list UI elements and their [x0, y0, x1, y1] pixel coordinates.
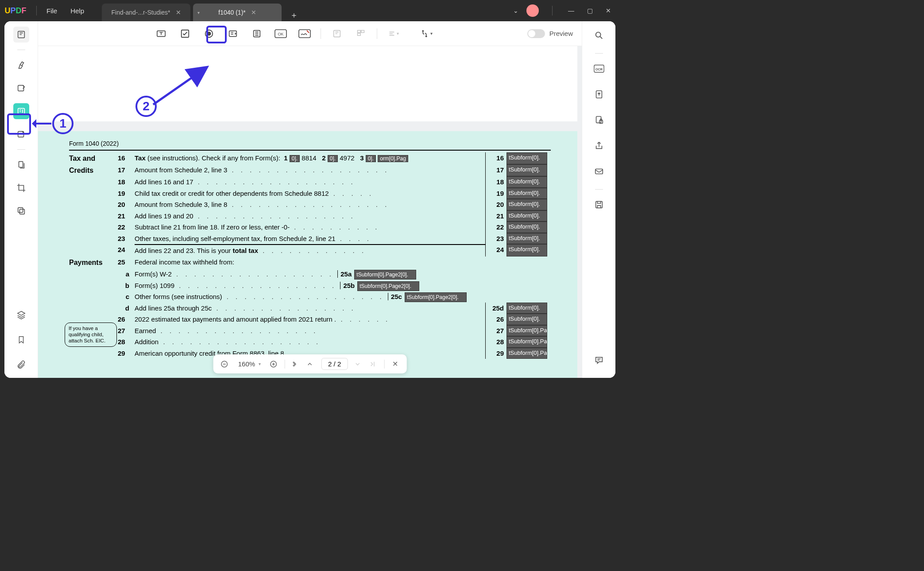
line-desc: Tax (see instructions). Check if any fro… [135, 152, 485, 164]
line-desc: Add lines 19 and 20 . . . . . . . . . . … [135, 210, 485, 222]
form-field[interactable]: tSubform[0].Page2[0]. [506, 325, 547, 337]
page-1-fragment [38, 46, 577, 121]
chevron-down-icon[interactable]: ▾ [197, 10, 200, 15]
line-desc: 2022 estimated tax payments and amount a… [135, 314, 485, 325]
left-rail-bottom [13, 307, 29, 373]
line-desc: Add lines 16 and 17 . . . . . . . . . . … [135, 176, 485, 188]
form-field[interactable]: tSubform[0]. [506, 314, 547, 325]
line-desc: Child tax credit or credit for other dep… [135, 188, 485, 199]
line-number-right: 23 [485, 233, 506, 245]
checkbox-icon[interactable] [177, 26, 193, 42]
page-2: Form 1040 (2022) Tax and16Tax (see instr… [38, 131, 577, 378]
form-field[interactable]: tSubform[0]. [506, 152, 547, 164]
form-field[interactable]: tSubform[0]. [506, 176, 547, 188]
attachment-icon[interactable] [13, 357, 29, 373]
protect-icon[interactable] [591, 112, 607, 128]
form-field[interactable]: tSubform[0].Page2[0]. [506, 336, 547, 348]
highlighter-tool-icon[interactable] [13, 57, 29, 73]
zoom-in-button[interactable] [270, 360, 278, 368]
form-field[interactable]: tSubform[0]. [506, 233, 547, 245]
close-button[interactable]: ✕ [603, 7, 614, 14]
radio-icon[interactable] [201, 26, 217, 42]
tools-icon[interactable]: ▾ [418, 26, 434, 42]
avatar[interactable] [526, 4, 539, 17]
reader-tool-icon[interactable] [13, 27, 29, 43]
comment-icon[interactable] [591, 352, 607, 368]
line-number-right: 28 [485, 336, 506, 348]
left-rail [4, 21, 38, 378]
align-icon[interactable]: ▾ [385, 26, 401, 42]
last-page-button[interactable] [369, 361, 378, 368]
form-field[interactable]: tSubform[0]. [506, 244, 547, 256]
line-desc: Form(s) W-2 . . . . . . . . . . . . . . … [135, 268, 485, 280]
text-field-icon[interactable] [153, 26, 169, 42]
digital-signature-icon[interactable] [297, 26, 313, 42]
empty [506, 256, 551, 268]
page-input[interactable]: 2 / 2 [321, 358, 348, 370]
pages-tool-icon[interactable] [13, 157, 29, 173]
line-desc: Form(s) 1099 . . . . . . . . . . . . . .… [135, 280, 485, 291]
chevron-down-icon[interactable]: ⌄ [513, 7, 518, 14]
tab-1[interactable]: ▾ f1040 (1)* ✕ [193, 4, 282, 21]
search-icon[interactable] [591, 27, 607, 43]
menu-help[interactable]: Help [70, 7, 84, 15]
line-number-right: 16 [485, 152, 506, 164]
line-number: 24 [118, 244, 135, 256]
svg-point-23 [595, 32, 600, 37]
minimize-button[interactable]: — [566, 7, 576, 14]
line-number-right: 29 [485, 348, 506, 359]
save-icon[interactable] [591, 197, 607, 213]
empty [485, 291, 506, 303]
date-field-icon[interactable] [353, 26, 369, 42]
next-page-button[interactable] [354, 361, 363, 368]
app-logo: UPDF [0, 6, 31, 16]
close-nav-button[interactable]: ✕ [390, 360, 399, 368]
form-field[interactable]: tSubform[0]. [506, 221, 547, 233]
form-field[interactable]: tSubform[0]. [506, 188, 547, 199]
listbox-icon[interactable] [249, 26, 265, 42]
tab-0[interactable]: Find-and-...r-Studies* ✕ [102, 4, 190, 21]
prev-page-button[interactable] [306, 361, 315, 368]
menu-file[interactable]: File [46, 7, 57, 15]
share-icon[interactable] [591, 138, 607, 154]
bookmark-icon[interactable] [13, 332, 29, 348]
export-icon[interactable] [591, 86, 607, 102]
eic-note: If you have a qualifying child, attach S… [65, 322, 117, 347]
maximize-button[interactable]: ▢ [584, 7, 595, 14]
svg-rect-5 [18, 208, 23, 213]
edit-text-tool-icon[interactable] [13, 80, 29, 96]
zoom-out-button[interactable] [220, 360, 229, 368]
line-number: 22 [118, 221, 135, 233]
button-field-icon[interactable]: OK [273, 26, 289, 42]
zoom-value[interactable]: 160% ▾ [236, 360, 263, 368]
dropdown-icon[interactable] [225, 26, 241, 42]
email-icon[interactable] [591, 163, 607, 179]
section-col: Credits [69, 164, 118, 176]
line-number-right: 20 [485, 199, 506, 210]
form-field[interactable]: tSubform[0]. [506, 164, 547, 176]
first-page-button[interactable] [291, 361, 300, 368]
new-tab-button[interactable]: ＋ [288, 9, 300, 21]
close-icon[interactable]: ✕ [251, 9, 256, 16]
watermark-tool-icon[interactable] [13, 203, 29, 219]
form-grid: Tax and16Tax (see instructions). Check i… [69, 152, 551, 359]
crop-tool-icon[interactable] [13, 180, 29, 196]
sign-tool-icon[interactable] [13, 126, 29, 142]
form-field[interactable]: tSubform[0]. [506, 210, 547, 222]
divider [377, 28, 377, 39]
form-tool-icon[interactable] [13, 103, 29, 119]
document-viewport[interactable]: Form 1040 (2022) Tax and16Tax (see instr… [38, 46, 582, 378]
svg-text:OCR: OCR [595, 67, 603, 71]
image-field-icon[interactable] [329, 26, 345, 42]
preview-toggle[interactable]: Preview [527, 29, 573, 38]
line-number: 28 [118, 336, 135, 348]
form-field[interactable]: tSubform[0]. [506, 303, 547, 314]
layers-icon[interactable] [13, 307, 29, 323]
toggle-switch[interactable] [527, 29, 545, 38]
form-field[interactable]: tSubform[0].Page2[0]. [506, 348, 547, 359]
close-icon[interactable]: ✕ [176, 9, 181, 16]
form-field[interactable]: tSubform[0]. [506, 199, 547, 210]
line-desc: Other taxes, including self-employment t… [135, 233, 485, 245]
section-col [69, 188, 118, 199]
ocr-icon[interactable]: OCR [591, 61, 607, 77]
